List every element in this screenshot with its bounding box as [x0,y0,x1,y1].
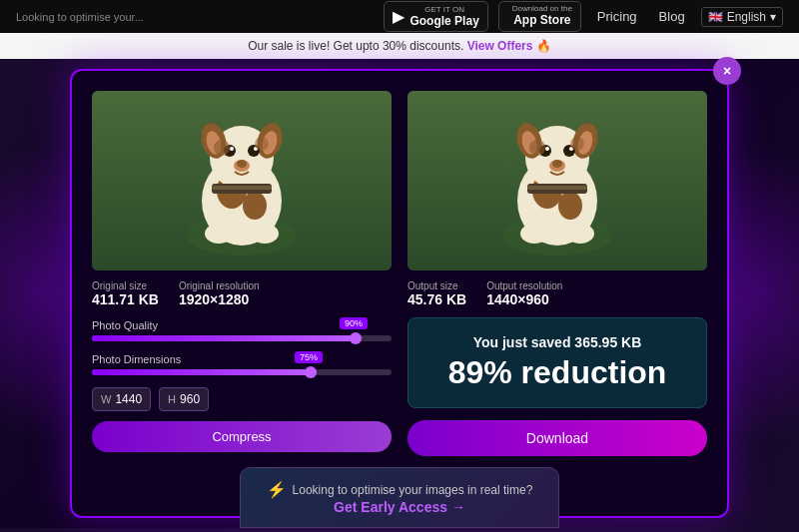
svg-rect-37 [527,186,587,190]
bottom-banner-title: Looking to optimise your images in real … [293,483,533,497]
dimensions-badge: 75% [295,351,323,363]
compress-modal: × [70,69,729,518]
original-meta: Original size 411.71 KB Original resolut… [92,280,392,307]
svg-point-35 [552,160,562,168]
original-image-box [92,91,392,270]
svg-point-14 [237,160,247,168]
view-offers-link[interactable]: View Offers [467,39,533,53]
bolt-icon: ⚡ [267,480,287,499]
pricing-link[interactable]: Pricing [591,9,643,24]
original-resolution-label: Original resolution [179,280,260,291]
google-play-icon: ▶ [393,7,404,26]
svg-point-10 [230,147,234,151]
app-store-text: Download on the App Store [512,5,572,29]
svg-point-24 [558,192,582,220]
google-play-button[interactable]: ▶ GET IT ON Google Play [384,1,487,32]
svg-point-18 [251,224,279,244]
output-resolution-value: 1440×960 [486,291,562,307]
width-input[interactable]: W 1440 [92,387,151,411]
saved-amount: 365.95 KB [574,334,641,350]
svg-point-39 [566,224,594,244]
reduction-text: 89% reduction [424,354,690,391]
original-size-item: Original size 411.71 KB [92,280,159,307]
savings-box: You just saved 365.95 KB 89% reduction [407,317,707,408]
lang-label: English [727,10,766,24]
saved-text-line: You just saved 365.95 KB [424,334,690,350]
panels-container: Original size 411.71 KB Original resolut… [92,91,707,456]
original-resolution-value: 1920×1280 [179,291,260,307]
chevron-down-icon: ▾ [770,10,776,24]
download-button[interactable]: Download [407,420,707,456]
google-play-text: GET IT ON Google Play [409,5,478,28]
height-input[interactable]: H 960 [159,387,209,411]
sale-banner: Our sale is live! Get upto 30% discounts… [0,33,799,59]
saved-label: You just saved [473,334,571,350]
svg-point-3 [243,192,267,220]
svg-point-31 [545,147,549,151]
dog-stuffed-animal [177,106,307,256]
dimensions-row: W 1440 H 960 [92,387,392,411]
quality-section: Photo Quality 90% [92,319,392,341]
output-size-item: Output size 45.76 KB [407,280,466,307]
svg-point-40 [529,140,545,156]
svg-point-38 [520,224,548,244]
output-size-label: Output size [407,280,466,291]
svg-point-20 [255,137,269,151]
quality-slider[interactable]: 90% [92,335,392,341]
flag-icon: 🇬🇧 [708,10,723,24]
left-panel: Original size 411.71 KB Original resolut… [92,91,392,456]
quality-thumb [350,332,362,344]
main-area: × [0,59,799,528]
bottom-banner-cta[interactable]: Get Early Access → [261,499,538,515]
language-selector[interactable]: 🇬🇧 English ▾ [701,7,783,27]
svg-point-19 [214,140,230,156]
dimensions-slider[interactable]: 75% [92,369,392,375]
original-size-label: Original size [92,280,159,291]
close-button[interactable]: × [713,57,741,85]
output-dog-svg [492,106,622,256]
compress-button[interactable]: Compress [92,421,392,452]
output-image-box [407,91,707,270]
svg-rect-16 [212,186,272,190]
quality-badge: 90% [340,317,368,329]
original-size-value: 411.71 KB [92,291,159,307]
output-resolution-item: Output resolution 1440×960 [486,280,562,307]
fire-emoji: 🔥 [536,39,551,53]
output-resolution-label: Output resolution [486,280,562,291]
app-store-button[interactable]: Download on the App Store [498,1,581,33]
bottom-banner: ⚡ Looking to optimise your images in rea… [240,467,559,528]
svg-point-17 [205,224,233,244]
svg-point-41 [570,137,584,151]
dimensions-label: Photo Dimensions [92,353,392,365]
original-dog-image [92,91,392,270]
dimensions-thumb [305,366,317,378]
quality-fill [92,335,362,341]
width-value: 1440 [115,392,142,406]
output-size-value: 45.76 KB [407,291,466,307]
right-panel: Output size 45.76 KB Output resolution 1… [407,91,707,456]
dimensions-fill [92,369,317,375]
original-resolution-item: Original resolution 1920×1280 [179,280,260,307]
sale-text: Our sale is live! Get upto 30% discounts… [248,39,463,53]
top-nav: Looking to optimise your... ▶ GET IT ON … [0,0,799,33]
output-meta: Output size 45.76 KB Output resolution 1… [407,280,707,307]
blog-link[interactable]: Blog [653,9,691,24]
promo-text: Looking to optimise your... [16,11,374,23]
height-value: 960 [180,392,200,406]
dimensions-section: Photo Dimensions 75% W 1440 H 960 [92,353,392,411]
output-dog-image [407,91,707,270]
